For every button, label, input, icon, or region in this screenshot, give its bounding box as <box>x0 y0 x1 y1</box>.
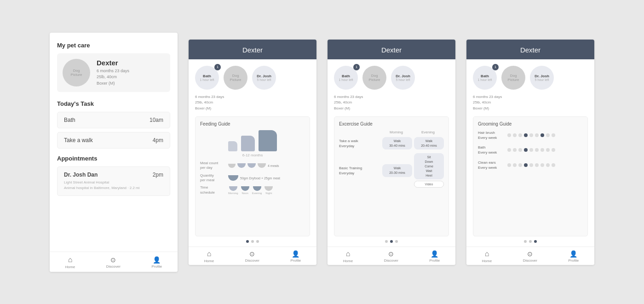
screen3-badge: 1 <box>353 64 360 70</box>
dot-1 <box>246 240 249 243</box>
meal-count-value: 4 meals <box>268 164 279 167</box>
appt-name: Dr. Josh Dan <box>64 172 140 178</box>
ged-2 <box>513 163 517 167</box>
feeding-guide-title: Feeding Guide <box>200 121 305 126</box>
ex-headers: Morning Evening <box>339 130 444 134</box>
groom-hairbrush-label: Hair brush Every week <box>478 130 506 140</box>
pet-avatar: Dog Picture <box>63 59 90 86</box>
gbd-9 <box>552 148 555 152</box>
bowl-2 <box>237 163 246 168</box>
ex-row-training: Basic Training Everyday Walk 20-30 mins … <box>339 153 444 188</box>
appointment-card[interactable]: Dr. Josh Dan Light Street Animal Hospita… <box>57 166 170 196</box>
dog-small <box>228 141 237 151</box>
ex-row-walk: Take a walk Everyday Walk 30-40 mins Wal… <box>339 137 444 150</box>
screen4-pet-details: 6 months 23 days 25lb, 40cm Boxer (M) <box>473 94 588 112</box>
screen2-bath-pill: 1 Bath 1 hour left <box>195 66 219 90</box>
groom-hairbrush-dots <box>507 133 583 137</box>
video-pill[interactable]: Video <box>414 181 444 188</box>
nav-discover-3[interactable]: ⊙ Discover <box>384 250 398 263</box>
screen2-task2-label: Dr. Josh <box>257 74 271 78</box>
ged-3 <box>518 163 522 167</box>
screen2-task2-sub: 5 hour left <box>257 78 271 81</box>
screen-1: My pet care Dog Picture Dexter 6 months … <box>50 33 178 272</box>
nav-home-1[interactable]: ⌂ Home <box>65 256 75 269</box>
nav-discover-label-2: Discover <box>245 258 259 263</box>
nav-discover-label-3: Discover <box>384 258 398 263</box>
nav-profile-label-2: Profile <box>290 258 301 263</box>
screen3-task2-sub: 5 hour left <box>396 78 410 81</box>
gbd-3 <box>518 148 522 152</box>
bowl-4 <box>258 163 266 168</box>
screen4-dot-1 <box>524 240 527 243</box>
ex-walk-evening-pill: Walk 20-40 mins <box>414 137 444 150</box>
task-walk-time: 4pm <box>153 137 163 143</box>
groom-bath-label: Bath Every week <box>478 145 506 155</box>
groom-row-bath: Bath Every week <box>478 145 583 155</box>
task-bath[interactable]: Bath 10am <box>57 112 170 128</box>
nav-profile-4[interactable]: 👤 Profile <box>568 250 579 263</box>
time-evening: Evening <box>252 186 262 195</box>
time-evening-label: Evening <box>252 192 262 195</box>
ex-walk-label: Take a walk Everyday <box>339 138 380 149</box>
ged-6 <box>535 163 539 167</box>
profile-icon-2: 👤 <box>292 250 299 258</box>
quantity-label: Quantity per meal <box>200 173 225 183</box>
screen3-title: Dexter <box>381 46 402 54</box>
time-noon: Noon <box>241 186 249 195</box>
profile-icon: 👤 <box>153 256 161 264</box>
nav-home-3[interactable]: ⌂ Home <box>343 250 353 263</box>
gbd-8 <box>546 148 550 152</box>
gd-2 <box>513 133 517 137</box>
nav-discover-label-1: Discover <box>106 264 121 269</box>
bowl-3 <box>247 163 256 168</box>
discover-icon-2: ⊙ <box>249 250 255 258</box>
nav-profile-1[interactable]: 👤 Profile <box>151 256 162 269</box>
screen3-body: 1 Bath 1 hour left Dog Picture Dr. Josh … <box>328 59 455 247</box>
ex-walk-evening: Walk 20-40 mins <box>414 137 444 150</box>
screen4-pet-avatar-label: Dog Picture <box>508 74 519 82</box>
screen2-dots <box>195 236 310 247</box>
nav-profile-label-1: Profile <box>151 264 162 269</box>
ged-7 <box>540 163 544 167</box>
time-night: Night <box>264 186 273 195</box>
bowl-1 <box>228 164 236 168</box>
ged-5 <box>529 163 533 167</box>
pet-details: 6 months 23 days 25lb, 40cm Boxer (M) <box>97 68 129 87</box>
gd-5 <box>529 133 533 137</box>
gd-3 <box>518 133 522 137</box>
screen4-drjosh-pill: Dr. Josh 5 hour left <box>530 66 554 90</box>
nav-home-4[interactable]: ⌂ Home <box>482 250 492 263</box>
screen-4: Dexter 1 Bath 1 hour left Dog Picture Dr… <box>466 40 594 265</box>
screen3-dots <box>334 236 449 247</box>
discover-icon-3: ⊙ <box>388 250 394 258</box>
profile-icon-3: 👤 <box>431 250 438 258</box>
task-walk[interactable]: Take a walk 4pm <box>57 132 170 149</box>
dot-2 <box>251 240 254 243</box>
ex-training-evening: Sit Down Come Wait Heel Video <box>414 153 444 188</box>
nav-discover-4[interactable]: ⊙ Discover <box>523 250 537 263</box>
discover-icon-4: ⊙ <box>527 250 533 258</box>
ex-training-label: Basic Training Everyday <box>339 166 380 176</box>
screen2-pet-details: 6 months 23 days 25lb, 40cm Boxer (M) <box>195 94 310 112</box>
nav-home-2[interactable]: ⌂ Home <box>204 250 214 263</box>
bottom-nav-1: ⌂ Home ⊙ Discover 👤 Profile <box>50 252 178 272</box>
dog-size-label: 6-12 months <box>200 153 305 157</box>
nav-profile-3[interactable]: 👤 Profile <box>429 250 440 263</box>
dog-large <box>259 130 277 151</box>
pet-name: Dexter <box>97 59 129 67</box>
time-noon-label: Noon <box>242 192 248 195</box>
dot-3 <box>256 240 259 243</box>
nav-discover-label-4: Discover <box>523 258 537 263</box>
nav-profile-2[interactable]: 👤 Profile <box>290 250 301 263</box>
screen4-task2-label: Dr. Josh <box>535 74 549 78</box>
screen3-dot-1 <box>385 240 388 243</box>
screen4-task2-sub: 5 hour left <box>535 78 549 81</box>
quantity-value: 50gm Dryfood + 25gm meat <box>240 177 280 180</box>
nav-discover-1[interactable]: ⊙ Discover <box>106 256 121 269</box>
meal-count-row: Meal count per day 4 meals <box>200 161 305 171</box>
nav-home-label-4: Home <box>482 259 492 263</box>
nav-profile-label-4: Profile <box>568 258 579 263</box>
nav-discover-2[interactable]: ⊙ Discover <box>245 250 259 263</box>
screen2-drjosh-pill: Dr. Josh 5 hour left <box>252 66 276 90</box>
ex-walk-morning: Walk 30-40 mins <box>382 137 412 150</box>
